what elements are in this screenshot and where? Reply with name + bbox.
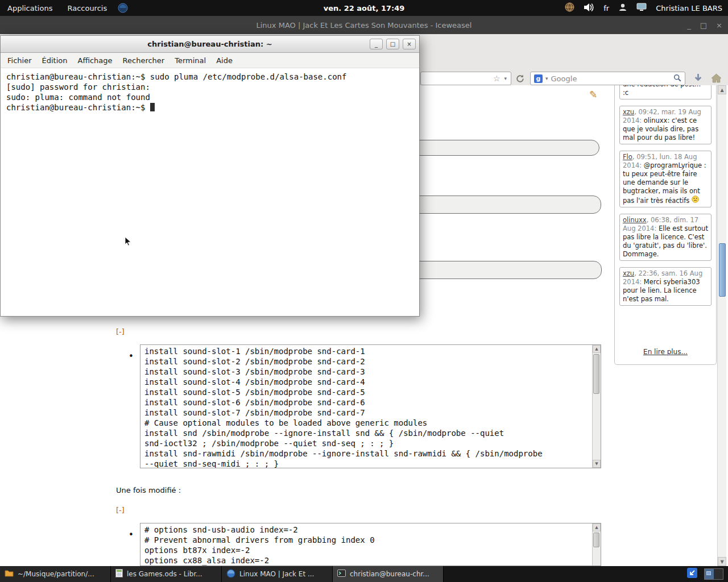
code-line: install sound-slot-5 /sbin/modprobe snd-… bbox=[144, 387, 588, 397]
shout-author-link[interactable]: xzu bbox=[623, 108, 634, 116]
menu-terminal[interactable]: Terminal bbox=[169, 53, 211, 68]
terminal-cursor bbox=[150, 103, 155, 111]
shout-text: une rédaction de post... :c bbox=[623, 85, 701, 97]
collapse-toggle-1[interactable]: [-] bbox=[116, 327, 125, 336]
workspace-2[interactable] bbox=[714, 569, 723, 579]
code-line: install sound-slot-6 /sbin/modprobe snd-… bbox=[144, 397, 588, 408]
network-globe-icon[interactable] bbox=[565, 2, 574, 14]
code-line: install snd-rawmidi /sbin/modprobe --ign… bbox=[144, 448, 588, 459]
shortcuts-menu[interactable]: Raccourcis bbox=[60, 0, 114, 16]
terminal-screen[interactable]: christian@bureau-christian:~$ sudo pluma… bbox=[1, 68, 419, 316]
workspace-switcher[interactable] bbox=[704, 568, 723, 580]
code-line: snd-ioctl32 ; /sbin/modprobe --quiet snd… bbox=[144, 438, 588, 448]
taskbar-item-label: ~/Musique/partition/... bbox=[18, 570, 94, 578]
taskbar-item-label: christian@bureau-chr... bbox=[350, 570, 429, 578]
shout-message: Flo, 09:51, lun. 18 Aug 2014: @programLy… bbox=[619, 151, 712, 207]
shout-author-link[interactable]: olinuxx bbox=[623, 216, 647, 224]
folder-icon bbox=[5, 569, 14, 579]
search-box[interactable]: g ▾ Google bbox=[530, 72, 685, 85]
code-block-1: install sound-slot-1 /sbin/modprobe snd-… bbox=[140, 344, 601, 468]
scrollbar-thumb[interactable] bbox=[719, 243, 726, 297]
terminal-prompt: christian@bureau-christian:~$ bbox=[6, 103, 150, 112]
scroll-down-button[interactable]: ▼ bbox=[593, 460, 601, 468]
scrollbar-thumb[interactable] bbox=[593, 533, 599, 547]
shout-author-link[interactable]: xzu bbox=[623, 269, 634, 277]
user-switcher-icon[interactable] bbox=[618, 3, 627, 14]
code-line: install sound-slot-1 /sbin/modprobe snd-… bbox=[144, 346, 588, 356]
code-scrollbar[interactable]: ▲ ▼ bbox=[592, 345, 601, 468]
applications-menu[interactable]: Applications bbox=[0, 0, 60, 16]
menu-affichage[interactable]: Affichage bbox=[72, 53, 117, 68]
downloads-button[interactable] bbox=[690, 70, 705, 85]
terminal-line: christian@bureau-christian:~$ sudo pluma… bbox=[6, 72, 413, 82]
terminal-titlebar[interactable]: christian@bureau-christian: ~ _ □ × bbox=[1, 36, 419, 53]
search-engine-dropdown-icon[interactable]: ▾ bbox=[545, 76, 548, 81]
volume-icon[interactable] bbox=[584, 3, 594, 14]
scroll-up-button[interactable]: ▲ bbox=[593, 523, 601, 531]
taskbar-item-browser[interactable]: Linux MAO | Jack Et ... bbox=[222, 566, 333, 582]
workspace-window-thumb bbox=[706, 571, 711, 575]
code-line: options bt87x index=-2 bbox=[144, 545, 588, 555]
reload-button[interactable] bbox=[513, 72, 527, 85]
url-bar[interactable]: ☆ ▾ bbox=[420, 72, 511, 85]
shout-message: xzu, 09:42, mar. 19 Aug 2014: olinuxx: c… bbox=[619, 106, 712, 144]
code-line: install snd /sbin/modprobe --ignore-inst… bbox=[144, 428, 588, 438]
home-button[interactable] bbox=[709, 70, 723, 85]
list-bullet: • bbox=[129, 530, 134, 540]
browser-close-button[interactable]: × bbox=[716, 21, 722, 30]
search-magnifier-icon[interactable] bbox=[673, 73, 681, 84]
browser-maximize-button[interactable]: □ bbox=[700, 21, 707, 30]
code-line: # options snd-usb-audio index=-2 bbox=[144, 525, 588, 535]
terminal-line: sudo: pluma: command not found bbox=[6, 92, 413, 102]
user-name-label[interactable]: Christian LE BARS bbox=[656, 4, 722, 13]
terminal-menubar: Fichier Édition Affichage Rechercher Ter… bbox=[1, 53, 419, 68]
panel-app-icon[interactable] bbox=[118, 3, 128, 13]
search-input[interactable]: Google bbox=[551, 74, 671, 83]
browser-minimize-button[interactable]: _ bbox=[687, 21, 691, 30]
read-more-link[interactable]: En lire plus... bbox=[615, 348, 716, 356]
code-line: install sound-slot-2 /sbin/modprobe snd-… bbox=[144, 356, 588, 367]
list-bullet: • bbox=[129, 351, 134, 361]
shoutbox-panel: une rédaction de post... :c xzu, 09:42, … bbox=[614, 85, 717, 365]
menu-edition[interactable]: Édition bbox=[37, 53, 73, 68]
workspace-1[interactable] bbox=[705, 569, 714, 579]
shout-message: xzu, 22:36, sam. 16 Aug 2014: Merci sybe… bbox=[619, 267, 712, 306]
terminal-maximize-button[interactable]: □ bbox=[386, 39, 399, 49]
collapse-toggle-2[interactable]: [-] bbox=[116, 506, 125, 514]
browser-titlebar[interactable]: Linux MAO | Jack Et Les Cartes Son Mouva… bbox=[0, 16, 728, 34]
display-icon[interactable] bbox=[636, 3, 647, 14]
terminal-prompt-line: christian@bureau-christian:~$ bbox=[6, 102, 413, 113]
terminal-close-button[interactable]: × bbox=[403, 39, 416, 49]
iceweasel-icon bbox=[226, 569, 235, 580]
keyboard-layout-indicator[interactable]: fr bbox=[603, 4, 609, 13]
edit-pencil-icon[interactable]: ✎ bbox=[589, 89, 597, 100]
menu-rechercher[interactable]: Rechercher bbox=[118, 53, 170, 68]
confused-smiley-icon bbox=[692, 197, 699, 205]
page-scrollbar[interactable]: ▲ ▼ bbox=[717, 85, 726, 566]
scroll-down-button[interactable]: ▼ bbox=[718, 557, 726, 566]
terminal-minimize-button[interactable]: _ bbox=[370, 39, 383, 49]
terminal-window-title: christian@bureau-christian: ~ bbox=[147, 40, 272, 48]
menu-aide[interactable]: Aide bbox=[211, 53, 238, 68]
taskbar-item-label: Linux MAO | Jack Et ... bbox=[239, 570, 314, 578]
code-scrollbar[interactable]: ▲ bbox=[592, 523, 601, 566]
code-line: install sound-slot-4 /sbin/modprobe snd-… bbox=[144, 377, 588, 387]
browser-window-title: Linux MAO | Jack Et Les Cartes Son Mouva… bbox=[257, 21, 472, 30]
bookmark-star-icon[interactable]: ☆ bbox=[493, 74, 500, 82]
urlbar-dropdown-icon[interactable]: ▾ bbox=[504, 76, 507, 81]
paragraph: Une fois modifié : bbox=[116, 486, 181, 494]
spreadsheet-icon bbox=[115, 569, 123, 579]
tray-notification-icon[interactable] bbox=[687, 568, 697, 580]
taskbar-item-files[interactable]: ~/Musique/partition/... bbox=[0, 566, 111, 582]
taskbar-item-spreadsheet[interactable]: les Games.ods - Libr... bbox=[111, 566, 222, 582]
menu-fichier[interactable]: Fichier bbox=[2, 53, 37, 68]
code-block-2: # options snd-usb-audio index=-2 # Preve… bbox=[140, 523, 601, 566]
mouse-pointer bbox=[125, 236, 131, 249]
panel-clock[interactable]: ven. 22 août, 17:49 bbox=[324, 4, 405, 13]
scroll-up-button[interactable]: ▲ bbox=[593, 345, 601, 353]
scrollbar-thumb[interactable] bbox=[593, 354, 599, 394]
scroll-up-button[interactable]: ▲ bbox=[718, 85, 726, 94]
taskbar-item-terminal[interactable]: christian@bureau-chr... bbox=[333, 566, 444, 582]
google-engine-icon[interactable]: g bbox=[534, 74, 543, 83]
shout-author-link[interactable]: Flo bbox=[623, 153, 632, 161]
